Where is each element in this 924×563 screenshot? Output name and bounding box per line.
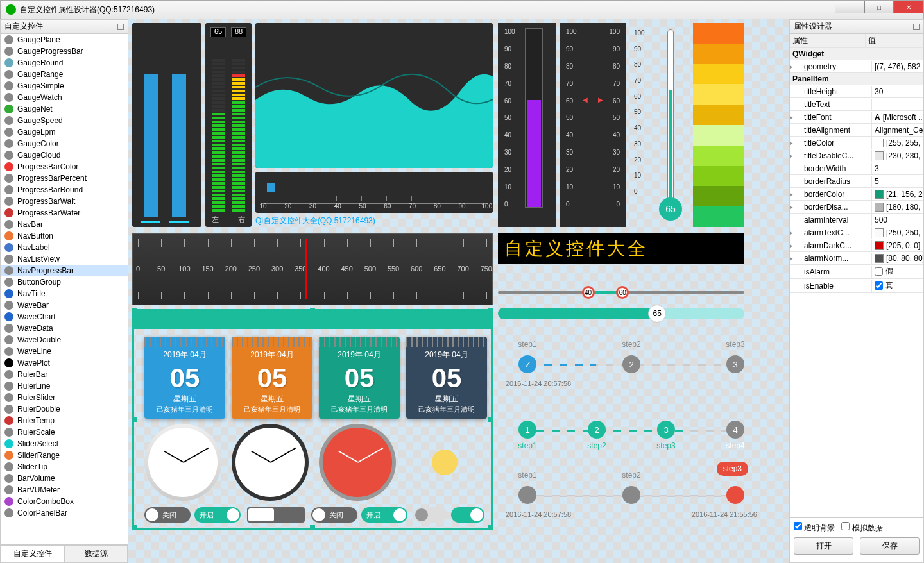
- widget-item-RulerScale[interactable]: RulerScale: [1, 426, 128, 438]
- dock-icon[interactable]: [913, 24, 920, 30]
- widget-item-GaugeWatch[interactable]: GaugeWatch: [1, 92, 128, 103]
- widget-item-GaugeProgressBar[interactable]: GaugeProgressBar: [1, 46, 128, 57]
- switch-2[interactable]: [247, 507, 305, 523]
- widget-item-SliderSelect[interactable]: SliderSelect: [1, 438, 128, 450]
- widget-item-GaugeColor[interactable]: GaugeColor: [1, 138, 128, 149]
- ruler-bar-widget-1[interactable]: 1009080706050403020100: [498, 23, 556, 227]
- range-handle-a[interactable]: 40: [582, 286, 595, 299]
- panel-item-selected[interactable]: 2019年 04月05星期五己亥猪年三月清明2019年 04月05星期五己亥猪年…: [132, 309, 493, 530]
- widget-item-GaugePlane[interactable]: GaugePlane: [1, 34, 128, 46]
- prop-row-titleAlignment[interactable]: titleAlignmentAlignment_Center: [790, 124, 923, 137]
- calendar-card-2[interactable]: 2019年 04月05星期五己亥猪年三月清明: [319, 337, 400, 419]
- ruler-scale-widget[interactable]: 0501001502002503003504004505005506006507…: [132, 233, 493, 305]
- switch-3-off[interactable]: 关闭: [311, 507, 357, 523]
- widget-item-RulerLine[interactable]: RulerLine: [1, 380, 128, 392]
- nav-progress-3[interactable]: step3 step1 step2 2016-11-24 20:57:58 20…: [518, 468, 744, 526]
- switch-1-on[interactable]: 开启: [194, 507, 241, 523]
- clock-2[interactable]: [232, 424, 309, 501]
- nav-progress-2[interactable]: 1step1 2step2 3step3 4step4: [518, 414, 744, 453]
- widget-item-GaugeLpm[interactable]: GaugeLpm: [1, 126, 128, 138]
- wave-chart-widget[interactable]: [255, 23, 493, 168]
- clock-flower[interactable]: [406, 424, 483, 501]
- ruler-double-widget[interactable]: 1009080706050403020100 10090807060504030…: [560, 23, 626, 227]
- color-panel-bar-widget[interactable]: [693, 23, 744, 227]
- widget-item-GaugeSimple[interactable]: GaugeSimple: [1, 80, 128, 92]
- prop-row-alarmNorm...[interactable]: ▸alarmNorm...[80, 80, 80] ...: [790, 252, 923, 265]
- widget-item-GaugeRange[interactable]: GaugeRange: [1, 69, 128, 80]
- switch-1-off[interactable]: 关闭: [144, 507, 191, 523]
- widget-item-GaugeCloud[interactable]: GaugeCloud: [1, 149, 128, 161]
- prop-group-QWidget[interactable]: QWidget: [790, 48, 923, 60]
- switch-5[interactable]: [451, 507, 484, 523]
- switch-3-on[interactable]: 开启: [361, 507, 407, 523]
- widget-item-RulerSlider[interactable]: RulerSlider: [1, 392, 128, 403]
- prop-group-PanelItem[interactable]: PanelItem: [790, 73, 923, 85]
- widget-item-NavListView[interactable]: NavListView: [1, 253, 128, 265]
- clock-3[interactable]: [319, 424, 396, 501]
- widget-item-ProgressBarWater[interactable]: ProgressBarWater: [1, 207, 128, 219]
- widget-item-NavProgressBar[interactable]: NavProgressBar: [1, 265, 128, 276]
- vu-meter-widget[interactable]: 65 88 左 右: [205, 23, 252, 227]
- widget-item-ProgressBarColor[interactable]: ProgressBarColor: [1, 161, 128, 172]
- tab-widgets[interactable]: 自定义控件: [1, 545, 64, 562]
- widget-item-ColorComboBox[interactable]: ColorComboBox: [1, 496, 128, 507]
- switch-4[interactable]: [414, 507, 447, 523]
- prop-row-isEnable[interactable]: isEnable真: [790, 279, 923, 293]
- clock-1[interactable]: [144, 424, 221, 501]
- widget-item-BarVUMeter[interactable]: BarVUMeter: [1, 484, 128, 496]
- widget-item-ProgressBarWait[interactable]: ProgressBarWait: [1, 196, 128, 207]
- prop-row-borderRadius[interactable]: borderRadius5: [790, 175, 923, 188]
- prop-row-isAlarm[interactable]: isAlarm假: [790, 265, 923, 279]
- design-canvas[interactable]: 65 88 左 右 102030405060708090100 Qt自定义控件大…: [128, 19, 789, 563]
- open-button[interactable]: 打开: [794, 537, 853, 555]
- prop-row-alarmTextC...[interactable]: ▸alarmTextC...[250, 250, 2...: [790, 226, 923, 239]
- widget-item-NavLabel[interactable]: NavLabel: [1, 242, 128, 253]
- bar-volume-widget[interactable]: [132, 23, 201, 227]
- prop-row-titleColor[interactable]: ▸titleColor[255, 255, 2...: [790, 137, 923, 149]
- widget-item-WaveDouble[interactable]: WaveDouble: [1, 334, 128, 346]
- prop-row-titleFont[interactable]: ▸titleFontA[Microsoft ...: [790, 111, 923, 124]
- widget-item-GaugeRound[interactable]: GaugeRound: [1, 57, 128, 69]
- prop-row-titleText[interactable]: titleText: [790, 98, 923, 111]
- prop-row-alarmInterval[interactable]: alarmInterval500: [790, 214, 923, 226]
- prop-row-titleDisableC...[interactable]: ▸titleDisableC...[230, 230, 2...: [790, 149, 923, 162]
- widget-item-ProgressBarRound[interactable]: ProgressBarRound: [1, 184, 128, 196]
- widget-item-GaugeSpeed[interactable]: GaugeSpeed: [1, 115, 128, 126]
- calendar-card-0[interactable]: 2019年 04月05星期五己亥猪年三月清明: [144, 337, 225, 419]
- widget-list[interactable]: GaugePlaneGaugeProgressBarGaugeRoundGaug…: [1, 34, 128, 544]
- widget-item-RulerTemp[interactable]: RulerTemp: [1, 415, 128, 426]
- calendar-card-3[interactable]: 2019年 04月05星期五己亥猪年三月清明: [406, 337, 487, 419]
- widget-item-ProgressBarPercent[interactable]: ProgressBarPercent: [1, 172, 128, 184]
- led-matrix-widget[interactable]: 自定义控件大全: [498, 233, 744, 264]
- widget-item-WavePlot[interactable]: WavePlot: [1, 357, 128, 369]
- widget-item-SliderRange[interactable]: SliderRange: [1, 450, 128, 461]
- range-handle-b[interactable]: 60: [616, 286, 629, 299]
- widget-item-NavButton[interactable]: NavButton: [1, 230, 128, 242]
- ruler-thumb[interactable]: [267, 183, 275, 192]
- ruler-temp-widget[interactable]: 1009080706050403020100 65: [630, 23, 688, 227]
- prop-row-geometry[interactable]: ▸geometry[(7, 476), 582 x ...: [790, 60, 923, 73]
- dock-icon[interactable]: [117, 24, 124, 30]
- widget-item-ColorPanelBar[interactable]: ColorPanelBar: [1, 507, 128, 519]
- widget-item-SliderTip[interactable]: SliderTip: [1, 461, 128, 473]
- checkbox-transparent[interactable]: 透明背景: [794, 522, 835, 534]
- maximize-button[interactable]: □: [864, 1, 894, 13]
- widget-item-BarVolume[interactable]: BarVolume: [1, 473, 128, 484]
- widget-item-NavBar[interactable]: NavBar: [1, 219, 128, 230]
- tab-datasource[interactable]: 数据源: [64, 545, 128, 562]
- prop-row-titleHeight[interactable]: titleHeight30: [790, 85, 923, 98]
- checkbox-mock-data[interactable]: 模拟数据: [841, 522, 882, 534]
- calendar-card-1[interactable]: 2019年 04月05星期五己亥猪年三月清明: [232, 337, 312, 419]
- widget-item-WaveBar[interactable]: WaveBar: [1, 299, 128, 311]
- widget-item-WaveData[interactable]: WaveData: [1, 323, 128, 334]
- widget-item-WaveChart[interactable]: WaveChart: [1, 311, 128, 323]
- minimize-button[interactable]: —: [835, 1, 864, 13]
- widget-item-RulerDouble[interactable]: RulerDouble: [1, 403, 128, 415]
- slider-tip-widget[interactable]: 65: [498, 308, 744, 319]
- widget-item-RulerBar[interactable]: RulerBar: [1, 369, 128, 380]
- prop-row-borderDisa...[interactable]: ▸borderDisa...[180, 180, 1...: [790, 201, 923, 214]
- close-button[interactable]: ✕: [894, 1, 923, 13]
- property-table[interactable]: QWidget▸geometry[(7, 476), 582 x ...Pane…: [790, 48, 923, 517]
- nav-progress-1[interactable]: step1 2step2 3step3 2016-11-24 20:57:58: [518, 340, 744, 391]
- prop-row-borderColor[interactable]: ▸borderColor[21, 156, 2...: [790, 188, 923, 201]
